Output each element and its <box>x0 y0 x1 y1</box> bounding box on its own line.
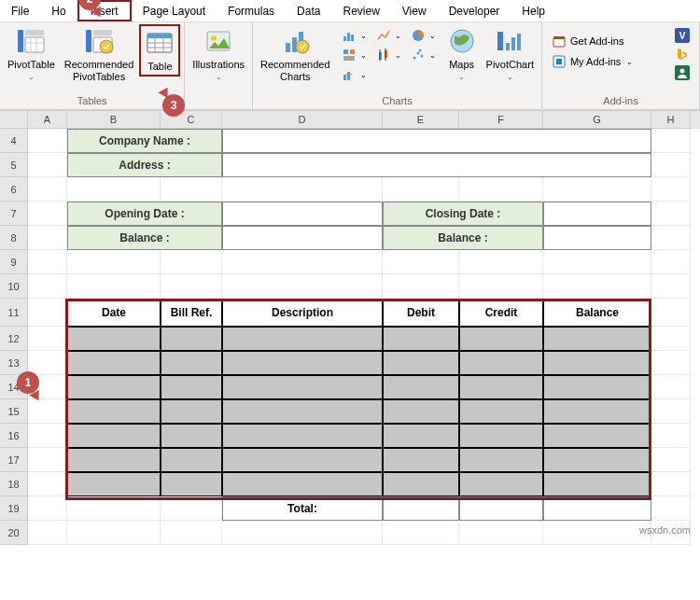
cell[interactable] <box>459 521 543 545</box>
menu-page-layout[interactable]: Page Layout <box>132 0 217 21</box>
menu-file[interactable]: File <box>0 0 40 21</box>
cell[interactable] <box>161 496 222 521</box>
row-4[interactable]: 4 <box>0 129 28 153</box>
ledger-cell[interactable] <box>543 351 651 375</box>
row-6[interactable]: 6 <box>0 177 28 202</box>
cell[interactable] <box>543 177 651 202</box>
cell[interactable] <box>67 496 161 521</box>
cell[interactable] <box>543 521 651 545</box>
cell[interactable] <box>67 250 161 274</box>
ledger-cell[interactable] <box>161 399 222 424</box>
cell[interactable] <box>651 448 691 472</box>
ledger-header-billref[interactable]: Bill Ref. <box>161 299 222 327</box>
visio-icon[interactable]: V <box>675 28 690 43</box>
ledger-cell[interactable] <box>222 351 383 375</box>
ledger-header-credit[interactable]: Credit <box>459 299 543 327</box>
cell[interactable] <box>67 177 161 202</box>
cell[interactable] <box>383 250 459 274</box>
ledger-cell[interactable] <box>459 472 543 496</box>
cell[interactable] <box>543 250 651 274</box>
illustrations-button[interactable]: Illustrations ⌄ <box>189 24 248 85</box>
ledger-cell[interactable] <box>459 399 543 424</box>
col-d[interactable]: D <box>222 111 383 129</box>
col-g[interactable]: G <box>543 111 651 129</box>
get-addins-button[interactable]: Get Add-ins <box>548 32 637 50</box>
col-b[interactable]: B <box>67 111 161 129</box>
cell[interactable] <box>651 274 691 299</box>
opening-date-label[interactable]: Opening Date : <box>67 202 222 226</box>
ledger-cell[interactable] <box>222 448 383 472</box>
select-all[interactable] <box>0 111 28 129</box>
col-e[interactable]: E <box>383 111 459 129</box>
row-17[interactable]: 17 <box>0 448 28 472</box>
cell[interactable] <box>161 177 222 202</box>
cell[interactable] <box>28 177 67 202</box>
total-credit[interactable] <box>459 496 543 521</box>
row-16[interactable]: 16 <box>0 424 28 448</box>
cell[interactable] <box>161 521 222 545</box>
pivottable-button[interactable]: PivotTable ⌄ <box>4 24 59 85</box>
cell[interactable] <box>651 153 691 177</box>
ledger-cell[interactable] <box>67 448 161 472</box>
ledger-cell[interactable] <box>383 351 459 375</box>
balance-left-label[interactable]: Balance : <box>67 226 222 250</box>
cell[interactable] <box>222 177 383 202</box>
row-5[interactable]: 5 <box>0 153 28 177</box>
spreadsheet-grid[interactable]: 1 A B C D E F G H 4 Company Name : 5 Add… <box>0 110 700 545</box>
column-chart-button[interactable]: ⌄ <box>338 26 371 45</box>
ledger-cell[interactable] <box>222 472 383 496</box>
cell[interactable] <box>651 250 691 274</box>
row-9[interactable]: 9 <box>0 250 28 274</box>
ledger-cell[interactable] <box>543 424 651 448</box>
cell[interactable] <box>543 274 651 299</box>
cell[interactable] <box>28 299 67 327</box>
ledger-cell[interactable] <box>161 351 222 375</box>
menu-review[interactable]: Review <box>331 0 390 21</box>
address-label[interactable]: Address : <box>67 153 222 177</box>
ledger-cell[interactable] <box>383 448 459 472</box>
row-7[interactable]: 7 <box>0 202 28 226</box>
ledger-cell[interactable] <box>459 327 543 351</box>
balance-left-value[interactable] <box>222 226 383 250</box>
hierarchy-chart-button[interactable]: ⌄ <box>338 46 371 64</box>
cell[interactable] <box>651 177 691 202</box>
row-18[interactable]: 18 <box>0 472 28 496</box>
row-8[interactable]: 8 <box>0 226 28 250</box>
maps-button[interactable]: Maps ⌄ <box>443 24 481 85</box>
ledger-cell[interactable] <box>383 399 459 424</box>
ledger-cell[interactable] <box>222 424 383 448</box>
cell[interactable] <box>383 521 459 545</box>
ledger-cell[interactable] <box>222 327 383 351</box>
menu-developer[interactable]: Developer <box>438 0 511 21</box>
cell[interactable] <box>651 399 691 424</box>
cell[interactable] <box>28 274 67 299</box>
cell[interactable] <box>28 472 67 496</box>
menu-data[interactable]: Data <box>286 0 331 21</box>
ledger-cell[interactable] <box>543 399 651 424</box>
closing-date-label[interactable]: Closing Date : <box>383 202 543 226</box>
ledger-cell[interactable] <box>161 472 222 496</box>
ledger-cell[interactable] <box>67 351 161 375</box>
balance-right-value[interactable] <box>543 226 651 250</box>
ledger-cell[interactable] <box>67 399 161 424</box>
row-11[interactable]: 11 <box>0 299 28 327</box>
cell[interactable] <box>28 129 67 153</box>
cell[interactable] <box>651 375 691 399</box>
cell[interactable] <box>28 424 67 448</box>
ledger-cell[interactable] <box>67 327 161 351</box>
cell[interactable] <box>28 448 67 472</box>
line-chart-button[interactable]: ⌄ <box>372 26 405 45</box>
ledger-cell[interactable] <box>543 472 651 496</box>
col-h[interactable]: H <box>651 111 691 129</box>
ledger-cell[interactable] <box>161 327 222 351</box>
total-balance[interactable] <box>543 496 651 521</box>
ledger-cell[interactable] <box>459 448 543 472</box>
closing-date-value[interactable] <box>543 202 651 226</box>
cell[interactable] <box>222 274 383 299</box>
cell[interactable] <box>651 496 691 521</box>
row-20[interactable]: 20 <box>0 521 28 545</box>
ledger-cell[interactable] <box>543 375 651 399</box>
ledger-cell[interactable] <box>459 424 543 448</box>
cell[interactable] <box>222 521 383 545</box>
recommended-charts-button[interactable]: Recommended Charts <box>257 24 334 85</box>
